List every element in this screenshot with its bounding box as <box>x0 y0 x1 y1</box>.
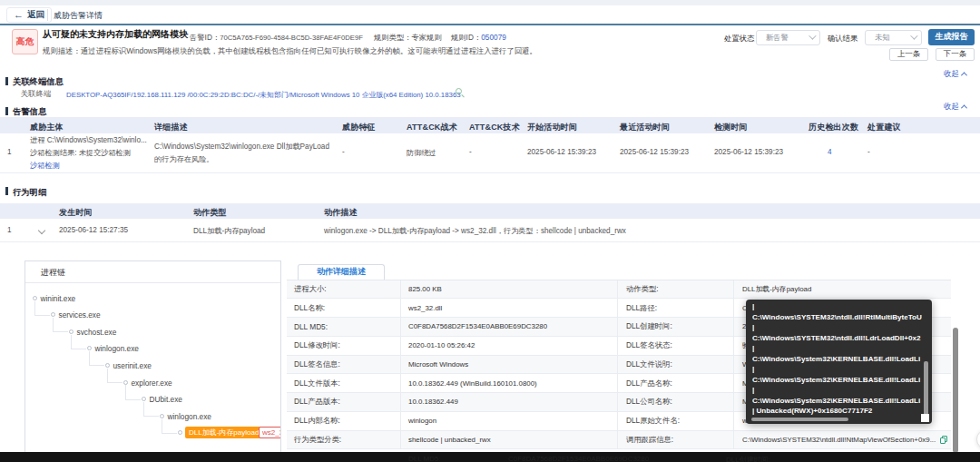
terminal-collapse-link[interactable]: 收起 <box>944 69 966 80</box>
detail-value: C:\Windows\SYSTEM32\ntdll.dll!NtMapViewO… <box>742 436 936 444</box>
section-bar-icon <box>5 187 8 195</box>
rule-id-label: 规则ID： <box>451 33 481 42</box>
detail-label: DLL原始文件名: <box>626 416 680 426</box>
terminal-link[interactable]: DESKTOP-AQ365IF/192.168.111.129 /00:0C:2… <box>66 90 461 100</box>
tree-node-label: explorer.exe <box>132 378 172 388</box>
severity-badge: 高危 <box>12 29 38 54</box>
tooltip-line: | <box>752 343 925 354</box>
detail-label: 行为类型分类: <box>294 435 341 445</box>
collapse-label: 收起 <box>944 69 959 78</box>
col-occur-time: 发生时间 <box>59 207 93 219</box>
col-start-time: 开始活动时间 <box>527 122 577 133</box>
alert-collapse-link[interactable]: 收起 <box>944 102 966 113</box>
tooltip-line: | <box>752 385 925 396</box>
detail-label: DLL MD5: <box>294 322 328 331</box>
col-attck-tech: ATT&CK技术 <box>469 122 520 133</box>
terminal-section-title: 关联终端信息 <box>13 76 64 88</box>
section-bar-icon <box>5 107 8 115</box>
section-bar-icon <box>5 77 8 85</box>
detail-label: DLL产品名称: <box>626 378 672 388</box>
detail-label: DLL路径: <box>626 303 657 313</box>
tab-action-detail[interactable]: 动作详细描述 <box>298 264 385 280</box>
confirm-result-label: 确认结果 <box>828 34 858 44</box>
tree-connector <box>162 419 177 434</box>
tooltip-line: | <box>752 364 925 375</box>
alert-id-value: 70C5A765-F690-4584-BC5D-38FAE4F0DE9F <box>220 34 363 42</box>
col-attck-tactic: ATT&CK战术 <box>407 122 457 133</box>
row-index: 1 <box>7 226 12 234</box>
floating-action-button[interactable] <box>976 429 980 449</box>
threat-subject-line2: 沙箱检测结果: 未提交沙箱检测 <box>30 148 131 158</box>
search-icon[interactable] <box>456 88 465 97</box>
back-label: 返回 <box>27 9 44 21</box>
history-count-link[interactable]: 4 <box>828 148 832 156</box>
detail-desc-line1: C:\Windows\System32\winlogon.exe Dll加载Pa… <box>154 142 329 152</box>
col-detect-time: 检测时间 <box>714 122 748 133</box>
tree-node-label: winlogon.exe <box>168 412 211 421</box>
expand-chevron-icon[interactable] <box>38 227 45 234</box>
occur-time-value: 2025-06-12 15:27:35 <box>59 226 128 234</box>
detail-label: 进程大小: <box>294 284 327 294</box>
detail-row: 进程大小: 825.00 KB 动作类型: DLL加载-内存payload <box>287 280 951 300</box>
tooltip-line: | <box>752 322 925 333</box>
col-suggestion: 处置建议 <box>867 122 901 133</box>
tree-node-icon <box>123 380 128 385</box>
next-button[interactable]: 下一条 <box>936 48 975 61</box>
rule-type-label: 规则类型： <box>374 33 411 42</box>
detail-label: 动作类型: <box>626 284 659 294</box>
bottom-black-bar: DLL MD5: C0F8DA7568D2F1534E0ABB0E69DC328… <box>0 452 980 462</box>
panel-divider <box>25 282 281 283</box>
back-arrow-icon: ← <box>14 10 24 20</box>
tree-node-icon <box>178 430 182 435</box>
page-toolbar: ← 返回 威胁告警详情 <box>0 5 980 25</box>
tree-node-label: userinit.exe <box>113 361 152 370</box>
chevron-down-icon <box>808 32 816 39</box>
detail-desc-line2: 的行为存在风险。 <box>154 154 214 164</box>
detail-value: winlogon <box>408 417 436 425</box>
col-action-desc: 动作描述 <box>324 207 358 219</box>
detail-value: 10.0.18362.449 <box>408 398 458 406</box>
chevron-down-icon <box>910 32 917 39</box>
tree-node-icon <box>142 397 146 401</box>
confirm-result-select[interactable]: 未知 <box>865 30 922 45</box>
tree-node-icon <box>51 312 55 317</box>
tooltip-vertical-scrollbar[interactable] <box>924 361 928 416</box>
detail-value: shellcode | unbacked_rwx <box>408 436 491 444</box>
threat-alert-detail-page: ← 返回 威胁告警详情 高危 从可疑的未支持内存加载的网络模块 告警ID：70C… <box>0 0 980 462</box>
start-time-value: 2025-06-12 15:39:23 <box>527 148 596 156</box>
page-scrollbar[interactable] <box>953 328 958 453</box>
alert-title: 从可疑的未支持内存加载的网络模块 <box>43 28 188 41</box>
tree-node-label: DUbit.exe <box>150 395 182 404</box>
detail-value: DLL加载-内存payload <box>742 284 811 294</box>
tooltip-horizontal-scrollbar[interactable] <box>751 418 848 422</box>
dll-badge[interactable]: ws2_3 <box>259 427 281 438</box>
process-chain-title: 进程链 <box>41 267 65 279</box>
col-last-time: 最近活动时间 <box>620 122 670 133</box>
detail-value: ws2_32.dll <box>408 304 442 312</box>
copy-icon[interactable] <box>940 436 947 444</box>
chevron-up-icon <box>961 104 967 111</box>
tooltip-line: | <box>752 301 925 312</box>
tree-connector <box>34 301 50 316</box>
detail-label: DLL产品版本: <box>294 397 340 407</box>
sandbox-detect-link[interactable]: 沙箱检测 <box>30 161 60 171</box>
tree-connector <box>89 351 104 366</box>
col-action-type: 动作类型 <box>193 207 227 219</box>
detail-value: 2020-01-10 05:26:42 <box>408 341 475 349</box>
detect-time-value: 2025-06-12 15:39:23 <box>714 148 783 156</box>
tooltip-resize-handle[interactable] <box>921 414 929 422</box>
tooltip-line: C:\Windows\System32\KERNELBASE.dll!LoadL… <box>752 354 925 365</box>
threat-subject-line1: 进程 C:\Windows\System32\winlo... <box>30 135 147 145</box>
dispose-status-value: 新告警 <box>766 33 789 43</box>
dispose-status-select[interactable]: 新告警 <box>756 30 820 45</box>
back-button[interactable]: ← 返回 <box>6 7 52 23</box>
detail-label: DLL签名信息: <box>294 359 340 369</box>
previous-button[interactable]: 上一条 <box>889 48 928 61</box>
rule-id-link[interactable]: 050079 <box>481 33 506 42</box>
action-badge[interactable]: DLL加载-内存payload <box>185 427 262 438</box>
attck-tactic-value: 防御绕过 <box>407 148 436 158</box>
call-trace-tooltip: | C:\Windows\SYSTEM32\ntdll.dll!RtlMulti… <box>746 300 932 424</box>
row-index: 1 <box>7 148 12 156</box>
generate-report-button[interactable]: 生成报告 <box>928 29 975 45</box>
alert-id-label: 告警ID： <box>190 33 220 42</box>
